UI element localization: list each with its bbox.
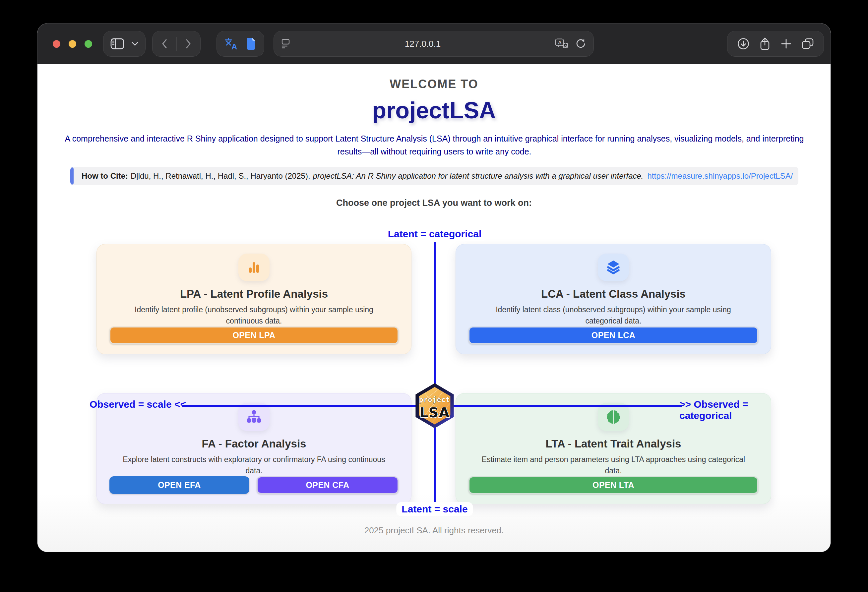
translate-button-group: A <box>217 31 264 57</box>
citation-box: How to Cite: Djidu, H., Retnawati, H., H… <box>70 167 799 185</box>
citation-link[interactable]: https://measure.shinyapps.io/ProjectLSA/ <box>648 171 793 181</box>
fa-card-desc: Explore latent constructs with explorato… <box>121 454 387 476</box>
page-title: projectLSA <box>37 97 831 124</box>
minimize-window-button[interactable] <box>69 40 76 48</box>
layers-icon <box>598 254 629 281</box>
lta-card-desc: Estimate item and person parameters usin… <box>480 454 747 476</box>
axis-label-top: Latent = categorical <box>382 227 487 241</box>
axis-label-bottom: Latent = scale <box>396 502 473 516</box>
window-actions-group <box>727 31 824 57</box>
chevron-down-icon[interactable] <box>131 42 138 46</box>
choose-prompt: Choose one project LSA you want to work … <box>37 198 831 208</box>
new-tab-icon[interactable] <box>781 38 792 49</box>
browser-window: A 127.0.0.1 <box>37 23 831 552</box>
traffic-lights <box>53 40 92 48</box>
url-text[interactable]: 127.0.0.1 <box>291 39 555 49</box>
open-lca-button[interactable]: OPEN LCA <box>468 326 758 344</box>
open-cfa-button[interactable]: OPEN CFA <box>257 476 399 494</box>
open-efa-button[interactable]: OPEN EFA <box>109 476 249 494</box>
reader-icon[interactable] <box>281 38 291 49</box>
lpa-card-desc: Identify latent profile (unobserved subg… <box>121 304 387 326</box>
app-subtitle: A comprehensive and interactive R Shiny … <box>58 132 810 158</box>
browser-toolbar: A 127.0.0.1 <box>37 24 831 64</box>
vertical-axis-line <box>434 242 435 515</box>
citation-title: projectLSA: An R Shiny application for l… <box>313 171 644 181</box>
share-icon[interactable] <box>759 37 771 51</box>
footer-text: 2025 projectLSA. All rights reserved. <box>37 526 831 536</box>
citation-accent-bar <box>70 167 74 185</box>
url-bar[interactable]: 127.0.0.1 A <box>273 31 594 57</box>
svg-text:A: A <box>232 42 237 50</box>
lca-card: LCA - Latent Class Analysis Identify lat… <box>456 244 771 354</box>
nav-button-group <box>152 31 201 57</box>
nav-divider <box>176 37 177 51</box>
lca-card-title: LCA - Latent Class Analysis <box>541 288 686 300</box>
logo-text-project: project <box>419 396 450 404</box>
lpa-card-title: LPA - Latent Profile Analysis <box>180 288 328 300</box>
bar-chart-icon <box>238 254 270 281</box>
lta-card-title: LTA - Latent Trait Analysis <box>546 437 681 450</box>
svg-text:A: A <box>558 40 562 45</box>
forward-icon[interactable] <box>186 39 191 49</box>
document-icon[interactable] <box>246 37 256 50</box>
axis-label-right: >> Observed = categorical <box>679 399 799 421</box>
open-lpa-button[interactable]: OPEN LPA <box>109 326 399 344</box>
app-page: WELCOME TO projectLSA A comprehensive an… <box>37 64 831 552</box>
close-window-button[interactable] <box>53 40 61 48</box>
citation-label: How to Cite: <box>81 171 128 181</box>
zoom-window-button[interactable] <box>84 40 92 48</box>
lpa-card: LPA - Latent Profile Analysis Identify l… <box>96 244 412 354</box>
welcome-heading: WELCOME TO <box>37 77 831 91</box>
axis-label-left: Observed = scale << <box>73 399 186 410</box>
sidebar-icon[interactable] <box>111 38 124 49</box>
downloads-icon[interactable] <box>737 37 750 50</box>
logo-text-lsa: LSA <box>420 405 450 421</box>
back-icon[interactable] <box>162 39 167 49</box>
fa-card-title: FA - Factor Analysis <box>202 437 306 450</box>
citation-authors: Djidu, H., Retnawati, H., Hadi, S., Hary… <box>131 171 310 181</box>
translate-icon[interactable]: A <box>224 37 238 50</box>
translate-badge-icon[interactable]: A <box>555 38 569 49</box>
tabs-overview-icon[interactable] <box>802 38 814 49</box>
sidebar-button-group <box>103 31 146 57</box>
reload-icon[interactable] <box>575 38 586 49</box>
open-lta-button[interactable]: OPEN LTA <box>468 476 758 494</box>
lca-card-desc: Identify latent class (unobserved subgro… <box>480 304 747 326</box>
project-lsa-logo: project LSA <box>414 382 455 429</box>
